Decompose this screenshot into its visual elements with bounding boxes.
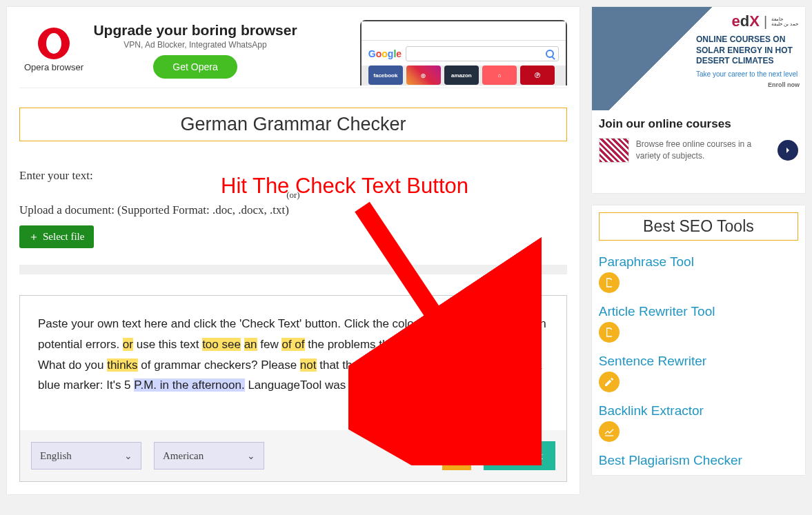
edx-ad-copy: ONLINE COURSES ON SOLAR ENERGY IN HOT DE…: [696, 34, 800, 89]
tool-link-plagiarism-checker[interactable]: Best Plagiarism Checker: [599, 453, 798, 468]
instagram-tile: ◎: [406, 65, 441, 85]
opera-headline: Upgrade your boring browser: [88, 22, 302, 39]
ad-edx[interactable]: i ✕ edX | جامعةحمد بن خليفة ONLINE COURS…: [592, 7, 805, 193]
annotation-callout: Hit The Check Text Button: [221, 174, 468, 199]
edit-icon: [599, 372, 620, 392]
document-icon: [599, 322, 620, 343]
amazon-tile: amazon: [444, 65, 479, 85]
select-file-button[interactable]: Select file: [19, 225, 94, 248]
seo-tools-panel: Best SEO Tools Paraphrase Tool Article R…: [592, 205, 805, 475]
tool-link-article-rewriter[interactable]: Article Rewriter Tool: [599, 304, 798, 319]
facebook-tile: facebook: [368, 65, 403, 85]
clear-button[interactable]: [442, 441, 471, 470]
variant-value: American: [163, 450, 204, 462]
sidebar: i ✕ edX | جامعةحمد بن خليفة ONLINE COURS…: [592, 7, 805, 475]
edx-enroll-link[interactable]: Enroll now: [696, 81, 800, 90]
language-dropdown[interactable]: English ⌄: [31, 442, 141, 469]
variant-dropdown[interactable]: American ⌄: [154, 442, 264, 469]
editor-textarea[interactable]: Paste your own text here and click the '…: [20, 296, 566, 430]
edx-next-button[interactable]: [778, 140, 798, 161]
chevron-down-icon: ⌄: [247, 450, 255, 462]
main-content: i ✕ Opera browser Upgrade your boring br…: [7, 7, 580, 494]
page-title: German Grammar Checker: [19, 108, 567, 141]
editor-toolbar: English ⌄ American ⌄ Check Text: [20, 430, 566, 481]
edx-thumbnail: [599, 138, 629, 163]
edx-tagline: Take your career to the next level: [696, 70, 800, 79]
tool-link-backlink-extractor[interactable]: Backlink Extractor: [599, 403, 798, 418]
opera-brand-label: Opera browser: [19, 62, 88, 72]
highlight-ofof[interactable]: of of: [281, 338, 304, 351]
highlight-not[interactable]: not: [300, 359, 317, 372]
select-file-label: Select file: [43, 231, 84, 243]
highlight-date[interactable]: Thursday, 21 April 2018: [413, 378, 536, 392]
ad-edx-container: i ✕ edX | جامعةحمد بن خليفة ONLINE COURS…: [592, 7, 805, 193]
highlight-or[interactable]: or: [123, 338, 133, 351]
opera-ad-copy: Upgrade your boring browser VPN, Ad Bloc…: [88, 22, 302, 79]
edx-description: Browse free online courses in a variety …: [636, 139, 771, 162]
document-icon: [599, 272, 620, 293]
edx-partner-logo: جامعةحمد بن خليفة: [771, 17, 798, 26]
seo-tools-heading: Best SEO Tools: [599, 212, 798, 241]
check-text-button[interactable]: Check Text: [484, 441, 555, 470]
chart-icon: [599, 421, 620, 442]
highlight-an[interactable]: an: [244, 338, 257, 351]
highlight-toosee[interactable]: too see: [202, 338, 241, 351]
upload-label: Upload a document: (Supported Format: .d…: [19, 203, 567, 217]
search-icon: [546, 50, 554, 58]
tool-link-sentence-rewriter[interactable]: Sentence Rewriter: [599, 354, 798, 369]
highlight-pm[interactable]: P.M. in the afternoon.: [134, 378, 244, 392]
opera-ring-icon: [38, 28, 70, 59]
trash-icon: [450, 450, 463, 462]
tool-link-paraphrase[interactable]: Paraphrase Tool: [599, 254, 798, 270]
grammar-editor: Paste your own text here and click the '…: [19, 295, 567, 482]
get-opera-button[interactable]: Get Opera: [153, 55, 237, 79]
opera-logo: Opera browser: [19, 28, 88, 72]
opera-browser-preview: Google facebook ◎ amazon ⌂ Ⓟ: [302, 14, 567, 85]
pinterest-tile: Ⓟ: [520, 65, 555, 85]
ad-opera[interactable]: i ✕ Opera browser Upgrade your boring br…: [19, 19, 567, 88]
opera-subhead: VPN, Ad Blocker, Integrated WhatsApp: [88, 40, 302, 50]
edx-logo: edX: [732, 12, 760, 30]
highlight-thinks[interactable]: thinks: [107, 359, 137, 372]
chevron-right-icon: [784, 146, 792, 154]
language-value: English: [40, 450, 72, 462]
chevron-down-icon: ⌄: [124, 450, 132, 462]
plus-icon: [29, 232, 39, 242]
google-logo: Google: [368, 48, 402, 59]
divider-bar: [19, 265, 567, 274]
airbnb-tile: ⌂: [482, 65, 517, 85]
highlight-detecd[interactable]: detecd: [501, 338, 536, 351]
edx-join-heading: Join our online courses: [599, 117, 798, 131]
